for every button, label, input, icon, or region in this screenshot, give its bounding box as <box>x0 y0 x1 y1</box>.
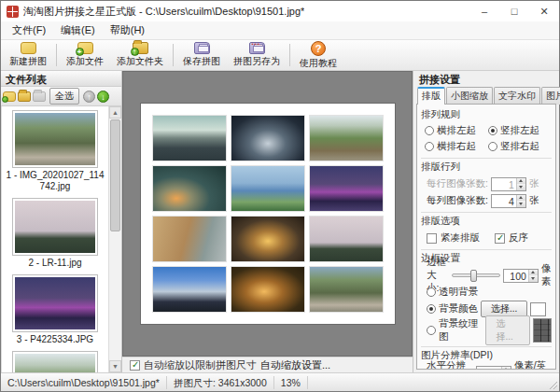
preview-canvas[interactable] <box>122 71 413 357</box>
radio-vertical-right[interactable]: 竖排右起 <box>488 140 552 153</box>
collage-photo-3[interactable] <box>309 115 384 161</box>
tab-layout[interactable]: 排版 <box>417 87 445 105</box>
horizontal-dpi-stepper[interactable]: 72 <box>476 366 511 371</box>
settings-title: 拼接设置 <box>416 71 556 87</box>
radio-horizontal-left[interactable]: 横排左起 <box>425 124 488 137</box>
save-collage-icon <box>194 42 210 54</box>
spin-up-icon[interactable] <box>502 367 511 371</box>
list-item[interactable]: 1 - IMG_20201027_114742.jpg <box>2 110 108 192</box>
compact-checkbox[interactable] <box>427 233 437 244</box>
file-caption: 3 - P4225334.JPG <box>5 334 105 345</box>
remove-file-button[interactable] <box>33 91 46 102</box>
collage-photo-8[interactable] <box>231 216 305 262</box>
menu-help[interactable]: 帮助(H) <box>103 21 152 39</box>
arrangement-group-title: 排列规则 <box>421 108 552 121</box>
save-collage-button[interactable]: 保存拼图 <box>176 41 227 69</box>
add-folder-button[interactable]: ↑ 添加文件夹 <box>110 41 170 69</box>
maximize-button[interactable]: □ <box>499 1 529 21</box>
scrollbar-thumb[interactable] <box>110 119 120 231</box>
resize-grip-icon[interactable] <box>548 380 557 389</box>
tab-image-scale[interactable]: 小图缩放 <box>446 87 493 105</box>
layout-options-title: 排版选项 <box>421 215 552 228</box>
minimize-button[interactable]: – <box>469 1 499 21</box>
list-item[interactable] <box>2 351 108 372</box>
add-file-button[interactable]: + 添加文件 <box>60 41 110 69</box>
radio-label: 横排左起 <box>437 124 476 137</box>
collage-photo-10[interactable] <box>152 266 227 313</box>
file-list-header: 文件列表 <box>1 71 121 87</box>
bg-texture-option[interactable]: 背景纹理图 选择... <box>421 317 552 343</box>
radio-horizontal-right[interactable]: 横排右起 <box>425 140 488 153</box>
radio-vertical-left[interactable]: 竖排左起 <box>488 124 552 137</box>
collage-preview[interactable] <box>141 104 395 324</box>
thumbnail-archway <box>15 113 95 165</box>
arrangement-options: 横排左起 竖排左起 横排右起 竖排右起 <box>421 123 552 155</box>
per-row-label: 每行图像张数: <box>427 177 488 190</box>
toolbar-button-label: 使用教程 <box>300 57 337 70</box>
scroll-down-icon[interactable]: ▼ <box>109 360 121 372</box>
autoscale-settings-link[interactable]: 自动缩放设置... <box>260 358 330 372</box>
new-collage-button[interactable]: 新建拼图 <box>3 41 53 69</box>
scrollbar-track[interactable] <box>109 119 121 360</box>
spin-down-icon[interactable] <box>517 201 525 207</box>
file-list-panel: 文件列表 全选 ↑ ↓ 1 - IMG_20201027_114742.jpg <box>1 71 122 372</box>
collage-photo-6[interactable] <box>309 165 384 212</box>
layout-options-group: 排版选项 紧凑排版 反序 <box>421 212 552 246</box>
border-size-stepper[interactable]: 100 <box>503 269 539 283</box>
spin-down-icon[interactable] <box>517 184 525 190</box>
border-size-value: 100 <box>504 270 528 282</box>
thumbnail-frame <box>12 274 98 332</box>
file-caption: 1 - IMG_20201027_114742.jpg <box>5 170 105 192</box>
collage-photo-9[interactable] <box>309 216 384 262</box>
collage-photo-2[interactable] <box>231 115 305 161</box>
save-as-button[interactable]: ••• 拼图另存为 <box>227 41 287 69</box>
tab-text-watermark[interactable]: 文字水印 <box>494 87 540 105</box>
file-list-items: 1 - IMG_20201027_114742.jpg 2 - LR-11.jp… <box>2 106 108 372</box>
status-collage-size: 拼图尺寸: 3461x3000 <box>167 376 274 389</box>
autoscale-checkbox[interactable] <box>130 360 140 371</box>
choose-texture-button[interactable]: 选择... <box>485 315 530 345</box>
slider-thumb[interactable] <box>470 270 477 282</box>
status-bar: C:\Users\cuilm\Desktop\91501.jpg* 拼图尺寸: … <box>1 372 559 391</box>
per-col-stepper[interactable]: 4 <box>491 194 526 208</box>
collage-photo-4[interactable] <box>152 165 227 212</box>
radio-label: 竖排右起 <box>500 140 539 153</box>
bg-color-label: 背景颜色 <box>439 302 478 315</box>
collage-photo-1[interactable] <box>152 115 227 161</box>
add-file-icon: + <box>77 42 93 54</box>
tutorial-button[interactable]: ? 使用教程 <box>293 41 343 69</box>
horizontal-dpi-label: 水平分辨率: <box>427 359 473 370</box>
file-list-toolbar: 全选 ↑ ↓ <box>1 87 121 106</box>
radio-icon <box>425 142 434 151</box>
menu-file[interactable]: 文件(F) <box>5 21 53 39</box>
transparent-bg-option[interactable]: 透明背景 <box>421 284 552 301</box>
add-file-small-button[interactable] <box>3 91 16 102</box>
collage-photo-5[interactable] <box>231 165 305 212</box>
spin-down-icon[interactable] <box>529 275 538 282</box>
close-button[interactable]: ✕ <box>529 1 559 21</box>
thumbnail-field-tree <box>15 201 95 253</box>
list-item[interactable]: 2 - LR-11.jpg <box>2 198 108 269</box>
list-item[interactable]: 3 - P4225334.JPG <box>2 274 108 345</box>
reverse-checkbox[interactable] <box>495 233 505 244</box>
canvas-column: 自动缩放以限制拼图尺寸 自动缩放设置... <box>122 71 413 372</box>
window-controls: – □ ✕ <box>469 1 559 21</box>
collage-photo-11[interactable] <box>231 266 305 313</box>
toolbar-button-label: 保存拼图 <box>183 55 220 68</box>
toolbar-button-label: 新建拼图 <box>9 55 47 68</box>
add-folder-icon: ↑ <box>133 42 148 54</box>
scroll-up-icon[interactable]: ▲ <box>109 106 121 119</box>
app-window: 淘淘图片拼接之星正式版 - C:\Users\cuilm\Desktop\915… <box>0 0 560 392</box>
file-list-scrollbar[interactable]: ▲ ▼ <box>108 106 121 372</box>
move-down-button[interactable]: ↓ <box>97 91 109 103</box>
border-size-slider[interactable] <box>452 273 500 277</box>
tab-image-watermark[interactable]: 图片水印 <box>541 87 560 105</box>
toolbar-button-label: 拼图另存为 <box>233 55 280 68</box>
move-up-button[interactable]: ↑ <box>83 91 95 103</box>
collage-photo-12[interactable] <box>309 266 384 313</box>
collage-photo-7[interactable] <box>152 216 227 262</box>
add-folder-small-button[interactable] <box>18 91 31 102</box>
menu-edit[interactable]: 编辑(E) <box>53 21 103 39</box>
per-row-stepper[interactable]: 1 <box>491 177 526 191</box>
select-all-button[interactable]: 全选 <box>49 88 79 105</box>
